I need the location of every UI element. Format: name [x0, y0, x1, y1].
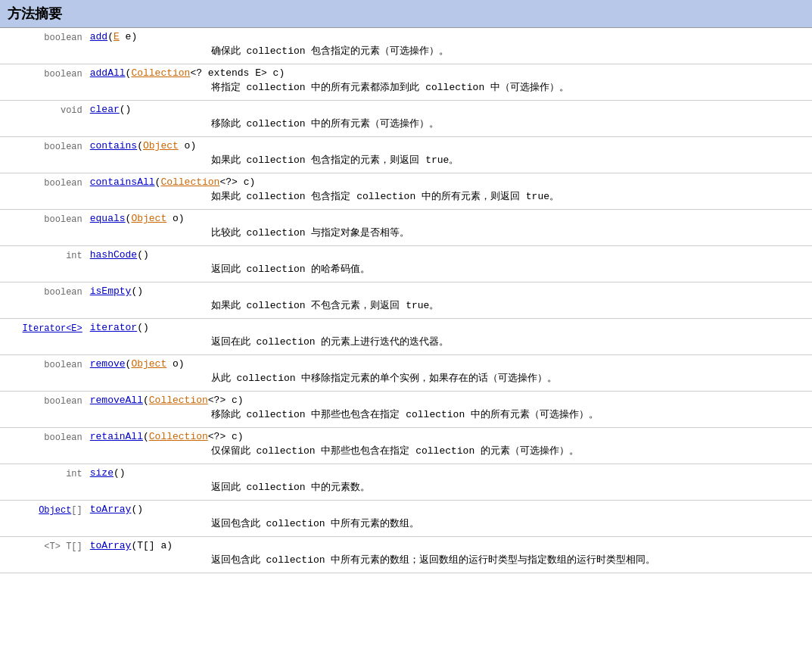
method-name-link[interactable]: toArray: [90, 504, 132, 515]
method-signature: contains(Object o): [90, 140, 196, 151]
return-type-cell: int: [0, 246, 86, 282]
param-name: o: [166, 358, 179, 370]
close-paren: ): [143, 249, 149, 261]
method-name-link[interactable]: removeAll: [90, 395, 143, 406]
method-description: 返回包含此 collection 中所有元素的数组。: [90, 515, 807, 533]
open-paren: (: [107, 31, 114, 42]
param-type-link[interactable]: Object: [131, 213, 166, 224]
method-cell: equals(Object o)比较此 collection 与指定对象是否相等…: [86, 210, 812, 246]
method-description: 移除此 collection 中的所有元素（可选操作）。: [90, 115, 807, 133]
return-type-cell: boolean: [0, 210, 86, 246]
method-cell: containsAll(Collection<?> c)如果此 collecti…: [86, 173, 812, 210]
return-type-cell: boolean: [0, 428, 86, 464]
open-paren: (: [120, 104, 126, 115]
method-name-link[interactable]: isEmpty: [90, 286, 132, 297]
param-type-link[interactable]: Collection: [131, 67, 190, 79]
method-name-link[interactable]: add: [90, 31, 107, 42]
close-paren: ): [120, 467, 126, 479]
method-cell: addAll(Collection<? extends E> c)将指定 col…: [86, 64, 812, 101]
param-type-link[interactable]: Collection: [149, 395, 208, 406]
return-type-cell: boolean: [0, 392, 86, 428]
method-name-link[interactable]: containsAll: [90, 176, 155, 188]
method-name-link[interactable]: size: [90, 467, 114, 479]
close-paren: ): [249, 176, 255, 188]
method-description: 移除此 collection 中那些也包含在指定 collection 中的所有…: [90, 406, 807, 424]
table-row: booleancontainsAll(Collection<?> c)如果此 c…: [0, 173, 812, 210]
close-paren: ): [190, 140, 196, 151]
open-paren: (: [137, 322, 143, 333]
param-name: o: [179, 140, 191, 151]
return-type-cell: void: [0, 101, 86, 137]
method-cell: toArray()返回包含此 collection 中所有元素的数组。: [86, 501, 812, 537]
table-row: booleancontains(Object o)如果此 collection …: [0, 137, 812, 173]
open-paren: (: [114, 467, 120, 479]
table-row: booleanequals(Object o)比较此 collection 与指…: [0, 210, 812, 246]
method-name-link[interactable]: addAll: [90, 67, 126, 79]
method-signature: remove(Object o): [90, 358, 185, 370]
method-cell: remove(Object o)从此 collection 中移除指定元素的单个…: [86, 355, 812, 392]
return-type-cell: boolean: [0, 137, 86, 173]
method-name-link[interactable]: clear: [90, 104, 120, 115]
return-type-cell: boolean: [0, 64, 86, 101]
method-cell: isEmpty()如果此 collection 不包含元素，则返回 true。: [86, 282, 812, 319]
method-signature: retainAll(Collection<?> c): [90, 431, 244, 442]
method-description: 返回此 collection 的哈希码值。: [90, 261, 807, 279]
method-cell: clear()移除此 collection 中的所有元素（可选操作）。: [86, 101, 812, 137]
close-paren: ): [179, 358, 185, 370]
method-description: 返回在此 collection 的元素上进行迭代的迭代器。: [90, 333, 807, 351]
method-cell: size()返回此 collection 中的元素数。: [86, 464, 812, 501]
close-paren: ): [278, 67, 285, 79]
method-signature: containsAll(Collection<?> c): [90, 176, 255, 188]
param-type: T[]: [137, 540, 154, 551]
param-type-link[interactable]: Collection: [149, 431, 208, 442]
param-type-link[interactable]: Object: [143, 140, 179, 151]
method-name-link[interactable]: iterator: [90, 322, 137, 333]
close-paren: ): [137, 286, 143, 297]
method-name-link[interactable]: hashCode: [90, 249, 137, 261]
return-type-cell: Iterator<E>: [0, 319, 86, 355]
method-name-link[interactable]: remove: [90, 358, 126, 370]
param-type-link[interactable]: Object: [131, 358, 166, 370]
table-row: voidclear()移除此 collection 中的所有元素（可选操作）。: [0, 101, 812, 137]
param-name: e: [120, 31, 132, 42]
return-type-cell: int: [0, 464, 86, 501]
page-title: 方法摘要: [0, 0, 812, 28]
method-name-link[interactable]: retainAll: [90, 431, 143, 442]
table-row: booleanisEmpty()如果此 collection 不包含元素，则返回…: [0, 282, 812, 319]
open-paren: (: [143, 431, 149, 442]
close-paren: ): [143, 322, 149, 333]
method-description: 仅保留此 collection 中那些也包含在指定 collection 的元素…: [90, 442, 807, 460]
method-cell: hashCode()返回此 collection 的哈希码值。: [86, 246, 812, 282]
method-signature: addAll(Collection<? extends E> c): [90, 67, 285, 79]
method-name-link[interactable]: contains: [90, 140, 137, 151]
method-cell: removeAll(Collection<?> c)移除此 collection…: [86, 392, 812, 428]
method-description: 比较此 collection 与指定对象是否相等。: [90, 224, 807, 242]
method-signature: toArray(T[] a): [90, 540, 173, 551]
method-name-link[interactable]: toArray: [90, 540, 132, 551]
return-type-cell: boolean: [0, 173, 86, 210]
param-type-link[interactable]: Collection: [160, 176, 219, 188]
close-paren: ): [238, 431, 244, 442]
method-description: 如果此 collection 包含指定的元素，则返回 true。: [90, 151, 807, 170]
table-row: intsize()返回此 collection 中的元素数。: [0, 464, 812, 501]
method-description: 返回此 collection 中的元素数。: [90, 479, 807, 497]
table-row: <T> T[]toArray(T[] a)返回包含此 collection 中所…: [0, 537, 812, 573]
table-row: booleanaddAll(Collection<? extends E> c)…: [0, 64, 812, 101]
method-signature: add(E e): [90, 31, 137, 42]
method-cell: retainAll(Collection<?> c)仅保留此 collectio…: [86, 428, 812, 464]
method-description: 如果此 collection 不包含元素，则返回 true。: [90, 297, 807, 315]
open-paren: (: [137, 249, 143, 261]
param-type-link[interactable]: E: [114, 31, 120, 42]
close-paren: ): [238, 395, 244, 406]
method-cell: contains(Object o)如果此 collection 包含指定的元素…: [86, 137, 812, 173]
param-name: <? extends E> c: [190, 67, 278, 79]
method-summary-table: booleanadd(E e)确保此 collection 包含指定的元素（可选…: [0, 28, 812, 573]
method-description: 将指定 collection 中的所有元素都添加到此 collection 中（…: [90, 79, 807, 97]
method-name-link[interactable]: equals: [90, 213, 126, 224]
method-signature: clear(): [90, 104, 132, 115]
method-signature: hashCode(): [90, 249, 149, 261]
return-type-cell: <T> T[]: [0, 537, 86, 573]
param-name: <?> c: [208, 431, 238, 442]
return-type-link[interactable]: Iterator<E>: [23, 323, 82, 334]
return-type-link[interactable]: Object: [39, 505, 71, 516]
